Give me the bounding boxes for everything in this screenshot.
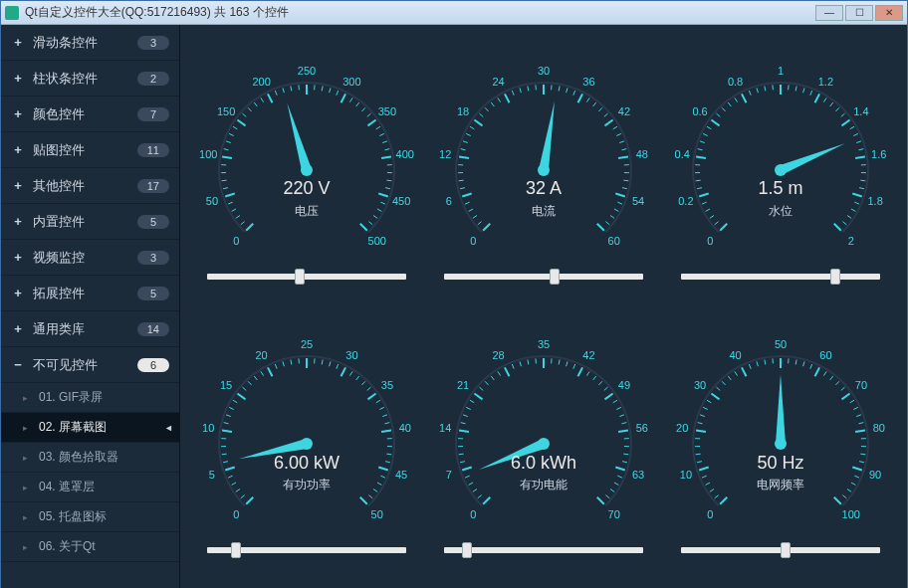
svg-line-46 (382, 141, 387, 143)
svg-line-161 (795, 86, 796, 91)
slider[interactable] (207, 547, 406, 553)
svg-line-67 (473, 215, 477, 218)
svg-line-367 (858, 423, 863, 424)
svg-line-228 (341, 368, 346, 377)
svg-line-326 (699, 468, 709, 471)
sidebar-subitem[interactable]: ▸03. 颜色拾取器 (1, 443, 179, 473)
svg-line-17 (233, 126, 237, 129)
svg-text:50: 50 (206, 195, 218, 207)
slider[interactable] (681, 547, 880, 553)
svg-line-4 (232, 209, 236, 211)
sidebar-category[interactable]: +内置控件5 (1, 204, 179, 240)
svg-line-355 (810, 364, 812, 369)
slider-handle[interactable] (462, 542, 472, 558)
sidebar-category[interactable]: +其他控件17 (1, 168, 179, 204)
svg-line-26 (275, 91, 277, 96)
svg-line-378 (847, 490, 851, 492)
slider[interactable] (444, 274, 643, 280)
slider-handle[interactable] (550, 269, 560, 285)
svg-line-334 (698, 423, 703, 424)
slider-handle[interactable] (295, 269, 305, 285)
svg-line-124 (597, 223, 604, 230)
titlebar[interactable]: Qt自定义控件大全(QQ:517216493) 共 163 个控件 — ☐ ✕ (1, 1, 907, 25)
svg-line-233 (367, 387, 371, 390)
sidebar-subitem[interactable]: ▸02. 屏幕截图 (1, 413, 179, 443)
svg-line-214 (254, 376, 257, 380)
svg-line-97 (559, 86, 560, 91)
svg-line-106 (604, 119, 612, 125)
chevron-icon: ▸ (23, 483, 33, 492)
gauge-cell: 07142128354249566370 6.0 kWh 有功电能 (429, 311, 658, 578)
svg-text:30: 30 (345, 349, 357, 361)
svg-line-194 (241, 495, 245, 498)
close-button[interactable]: ✕ (875, 5, 903, 21)
svg-line-210 (237, 394, 245, 400)
svg-line-374 (852, 468, 862, 471)
sidebar-category[interactable]: +通用类库14 (1, 311, 179, 347)
svg-line-278 (491, 376, 494, 380)
svg-line-69 (465, 202, 470, 204)
svg-line-143 (700, 141, 705, 143)
sidebar-category[interactable]: +颜色控件7 (1, 97, 179, 132)
svg-line-215 (261, 372, 264, 376)
slider-handle[interactable] (830, 269, 840, 285)
svg-line-298 (604, 394, 612, 400)
sidebar-category[interactable]: +贴图控件11 (1, 132, 179, 168)
slider[interactable] (444, 547, 643, 553)
svg-line-290 (567, 362, 568, 367)
svg-text:50: 50 (371, 508, 383, 520)
svg-line-186 (847, 215, 851, 218)
svg-point-255 (301, 438, 313, 450)
slider[interactable] (681, 274, 880, 280)
sidebar-subitem[interactable]: ▸05. 托盘图标 (1, 502, 179, 532)
maximize-button[interactable]: ☐ (845, 5, 873, 21)
svg-line-133 (702, 202, 707, 204)
svg-line-40 (361, 107, 364, 111)
svg-line-252 (360, 497, 367, 504)
expand-icon: + (11, 321, 25, 336)
svg-line-231 (356, 376, 359, 380)
sidebar-category[interactable]: +视频监控3 (1, 240, 179, 276)
slider-handle[interactable] (231, 542, 241, 558)
sidebar-category[interactable]: +拓展控件5 (1, 276, 179, 311)
svg-line-54 (378, 193, 388, 196)
svg-line-354 (803, 362, 804, 367)
svg-point-127 (538, 164, 550, 176)
svg-line-102 (586, 98, 589, 101)
svg-text:2: 2 (848, 234, 854, 246)
svg-line-184 (854, 202, 859, 204)
slider[interactable] (207, 274, 406, 280)
svg-line-81 (470, 126, 474, 129)
svg-line-73 (459, 180, 464, 181)
svg-line-24 (268, 94, 273, 102)
slider-handle[interactable] (781, 542, 791, 558)
expand-icon: + (11, 286, 25, 300)
svg-text:48: 48 (636, 148, 648, 160)
svg-text:10: 10 (680, 469, 692, 481)
svg-line-99 (573, 91, 575, 96)
svg-line-289 (559, 360, 560, 365)
svg-marker-190 (779, 143, 845, 174)
sidebar-category[interactable]: +柱状条控件2 (1, 61, 179, 97)
svg-text:450: 450 (392, 195, 410, 207)
svg-line-156 (765, 86, 766, 91)
minimize-button[interactable]: — (815, 5, 843, 21)
svg-line-9 (222, 180, 227, 181)
svg-line-98 (567, 88, 568, 93)
sidebar-subitem[interactable]: ▸06. 关于Qt (1, 532, 179, 562)
svg-line-237 (379, 408, 384, 410)
svg-line-268 (459, 431, 469, 433)
svg-line-181 (859, 187, 864, 188)
svg-text:0: 0 (233, 234, 239, 246)
sidebar-category[interactable]: −不可见控件6 (1, 347, 179, 383)
svg-text:15: 15 (220, 379, 232, 391)
svg-line-168 (835, 107, 838, 111)
svg-line-116 (623, 180, 628, 181)
sidebar-subitem[interactable]: ▸04. 遮罩层 (1, 473, 179, 502)
svg-line-188 (834, 223, 841, 230)
gauge-value: 220 V (283, 178, 330, 199)
sidebar-subitem[interactable]: ▸01. GIF录屏 (1, 383, 179, 413)
sidebar-category[interactable]: +滑动条控件3 (1, 25, 179, 61)
svg-line-358 (823, 372, 826, 376)
svg-line-200 (223, 462, 228, 463)
